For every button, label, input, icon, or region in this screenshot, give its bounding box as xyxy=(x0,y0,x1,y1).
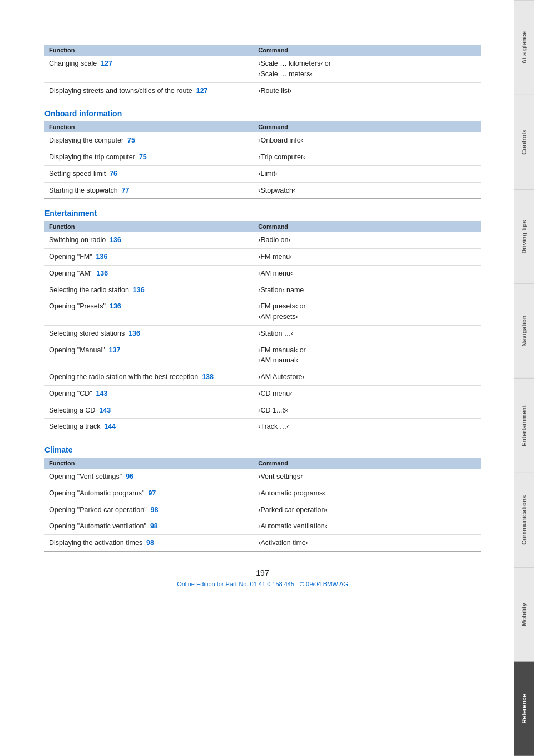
tab-controls[interactable]: Controls xyxy=(514,95,534,189)
main-content: Function Command Changing scale 127 ›Sca… xyxy=(0,0,514,756)
page-wrapper: Function Command Changing scale 127 ›Sca… xyxy=(0,0,534,756)
cell-command: ›Onboard info‹ xyxy=(254,132,481,149)
cell-function: Displaying the activation times 98 xyxy=(44,535,254,552)
table-row: Opening "Automatic programs" 97 ›Automat… xyxy=(44,485,481,502)
tab-at-a-glance[interactable]: At a glance xyxy=(514,0,534,95)
cell-function: Opening "Automatic programs" 97 xyxy=(44,485,254,502)
col-command-header: Command xyxy=(254,221,481,232)
cell-command: ›Stopwatch‹ xyxy=(254,182,481,199)
table-row: Selecting a CD 143 ›CD 1...6‹ xyxy=(44,402,481,419)
entertainment-section-title: Entertainment xyxy=(44,209,481,218)
cell-function: Displaying streets and towns/cities of t… xyxy=(44,82,254,99)
cell-function: Opening "Automatic ventilation" 98 xyxy=(44,518,254,535)
cell-function: Opening "FM" 136 xyxy=(44,249,254,266)
cell-function: Setting speed limit 76 xyxy=(44,165,254,182)
table-row: Opening "Presets" 136 ›FM presets‹ or›AM… xyxy=(44,298,481,326)
table-row: Starting the stopwatch 77 ›Stopwatch‹ xyxy=(44,182,481,199)
cell-command: ›CD 1...6‹ xyxy=(254,402,481,419)
col-command-header: Command xyxy=(254,458,481,469)
cell-function: Starting the stopwatch 77 xyxy=(44,182,254,199)
cell-function: Switching on radio 136 xyxy=(44,232,254,248)
cell-function: Selecting a track 144 xyxy=(44,419,254,435)
table-row: Changing scale 127 ›Scale … kilometers‹ … xyxy=(44,56,481,82)
climate-table: Function Command Opening "Vent settings"… xyxy=(44,458,481,552)
onboard-section-title: Onboard information xyxy=(44,109,481,118)
scale-table: Function Command Changing scale 127 ›Sca… xyxy=(44,45,481,99)
cell-command: ›Vent settings‹ xyxy=(254,469,481,485)
cell-command: ›AM menu‹ xyxy=(254,265,481,282)
cell-function: Displaying the trip computer 75 xyxy=(44,149,254,166)
cell-command: ›Track …‹ xyxy=(254,419,481,435)
entertainment-table: Function Command Switching on radio 136 … xyxy=(44,221,481,435)
cell-command: ›CD menu‹ xyxy=(254,385,481,402)
cell-function: Opening "Presets" 136 xyxy=(44,298,254,326)
cell-command: ›Activation time‹ xyxy=(254,535,481,552)
cell-command: ›Radio on‹ xyxy=(254,232,481,248)
table-row: Selecting stored stations 136 ›Station …… xyxy=(44,325,481,342)
cell-function: Changing scale 127 xyxy=(44,56,254,82)
cell-command: ›Limit‹ xyxy=(254,165,481,182)
col-function-header: Function xyxy=(44,121,254,132)
tab-mobility[interactable]: Mobility xyxy=(514,567,534,662)
cell-command: ›AM Autostore‹ xyxy=(254,369,481,386)
onboard-table: Function Command Displaying the computer… xyxy=(44,121,481,199)
cell-function: Selecting a CD 143 xyxy=(44,402,254,419)
table-row: Switching on radio 136 ›Radio on‹ xyxy=(44,232,481,248)
cell-function: Opening "Parked car operation" 98 xyxy=(44,502,254,518)
table-row: Opening the radio station with the best … xyxy=(44,369,481,386)
cell-command: ›Automatic programs‹ xyxy=(254,485,481,502)
page-footer: Online Edition for Part-No. 01 41 0 158 … xyxy=(44,581,481,587)
tab-communications[interactable]: Communications xyxy=(514,473,534,567)
page-number: 197 xyxy=(44,568,481,577)
cell-function: Opening the radio station with the best … xyxy=(44,369,254,386)
cell-function: Opening "Manual" 137 xyxy=(44,342,254,369)
table-row: Selecting the radio station 136 ›Station… xyxy=(44,282,481,298)
cell-function: Opening "CD" 143 xyxy=(44,385,254,402)
cell-function: Selecting the radio station 136 xyxy=(44,282,254,298)
col-command-header: Command xyxy=(254,45,481,56)
table-row: Opening "Vent settings" 96 ›Vent setting… xyxy=(44,469,481,485)
table-row: Displaying the trip computer 75 ›Trip co… xyxy=(44,149,481,166)
tab-navigation[interactable]: Navigation xyxy=(514,283,534,378)
table-row: Displaying the activation times 98 ›Acti… xyxy=(44,535,481,552)
cell-command: ›FM menu‹ xyxy=(254,249,481,266)
col-command-header: Command xyxy=(254,121,481,132)
cell-function: Opening "Vent settings" 96 xyxy=(44,469,254,485)
table-row: Opening "FM" 136 ›FM menu‹ xyxy=(44,249,481,266)
cell-command: ›Station …‹ xyxy=(254,325,481,342)
table-row: Setting speed limit 76 ›Limit‹ xyxy=(44,165,481,182)
cell-command: ›Parked car operation‹ xyxy=(254,502,481,518)
table-row: Displaying streets and towns/cities of t… xyxy=(44,82,481,99)
tab-entertainment[interactable]: Entertainment xyxy=(514,378,534,473)
climate-section-title: Climate xyxy=(44,445,481,454)
cell-command: ›Route list‹ xyxy=(254,82,481,99)
table-row: Opening "CD" 143 ›CD menu‹ xyxy=(44,385,481,402)
col-function-header: Function xyxy=(44,221,254,232)
table-row: Opening "AM" 136 ›AM menu‹ xyxy=(44,265,481,282)
table-row: Selecting a track 144 ›Track …‹ xyxy=(44,419,481,435)
table-row: Opening "Manual" 137 ›FM manual‹ or›AM m… xyxy=(44,342,481,369)
cell-function: Displaying the computer 75 xyxy=(44,132,254,149)
cell-function: Selecting stored stations 136 xyxy=(44,325,254,342)
col-function-header: Function xyxy=(44,45,254,56)
cell-command: ›FM presets‹ or›AM presets‹ xyxy=(254,298,481,326)
tab-reference[interactable]: Reference xyxy=(514,661,534,756)
cell-command: ›FM manual‹ or›AM manual‹ xyxy=(254,342,481,369)
cell-function: Opening "AM" 136 xyxy=(44,265,254,282)
table-row: Displaying the computer 75 ›Onboard info… xyxy=(44,132,481,149)
table-row: Opening "Parked car operation" 98 ›Parke… xyxy=(44,502,481,518)
cell-command: ›Automatic ventilation‹ xyxy=(254,518,481,535)
side-tabs: At a glance Controls Driving tips Naviga… xyxy=(514,0,534,756)
table-row: Opening "Automatic ventilation" 98 ›Auto… xyxy=(44,518,481,535)
tab-driving-tips[interactable]: Driving tips xyxy=(514,189,534,284)
cell-command: ›Station‹ name xyxy=(254,282,481,298)
cell-command: ›Trip computer‹ xyxy=(254,149,481,166)
cell-command: ›Scale … kilometers‹ or›Scale … meters‹ xyxy=(254,56,481,82)
col-function-header: Function xyxy=(44,458,254,469)
